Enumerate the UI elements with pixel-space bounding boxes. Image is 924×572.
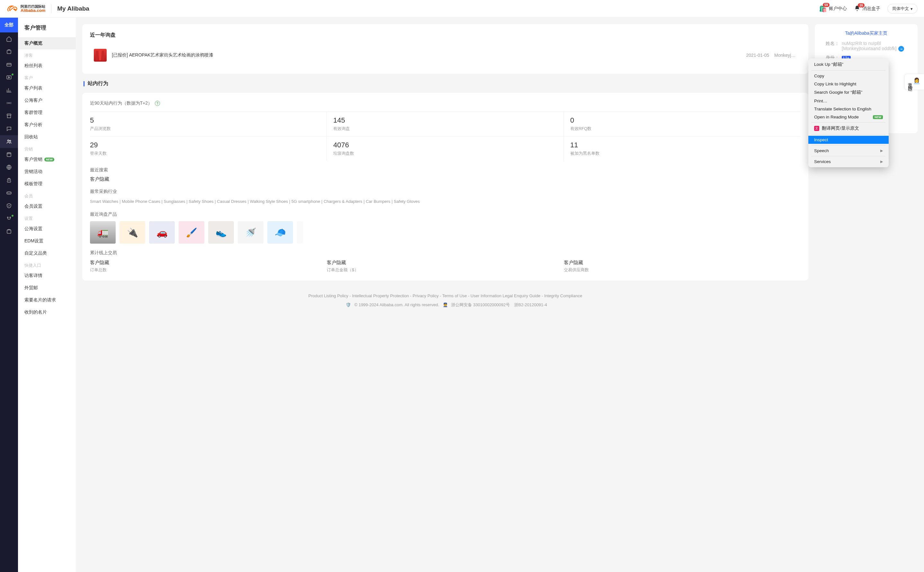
ctx-search-google[interactable]: Search Google for “邮箱” (808, 88, 889, 97)
sidebar-item[interactable]: 客户分析 (18, 119, 76, 131)
sidebar-item[interactable]: 客户列表 (18, 82, 76, 94)
stat-cell: 145有效询盘 (327, 112, 564, 137)
iconbar-home[interactable] (0, 33, 18, 45)
chat-icon[interactable] (898, 46, 904, 52)
iconbar-chat-icon[interactable] (0, 122, 18, 135)
svg-rect-13 (102, 51, 104, 61)
tx-cell: 客户隐藏订单总金额（$） (327, 260, 564, 273)
support-icon: 👩‍💼 (913, 77, 921, 84)
product-thumb[interactable]: 👟 (208, 221, 234, 244)
ctx-translate[interactable]: Translate Selection to English (808, 105, 889, 113)
sidebar-item[interactable]: 收到的名片 (18, 306, 76, 319)
ctx-inspect[interactable]: Inspect (808, 136, 889, 144)
sidebar-item[interactable]: 索要名片的请求 (18, 294, 76, 306)
messages-label: 消息盒子 (862, 6, 880, 12)
sidebar-item[interactable]: 公海客户 (18, 94, 76, 107)
iconbar-ship-icon[interactable] (0, 174, 18, 187)
ctx-copy[interactable]: Copy (808, 72, 889, 80)
iconbar-shield-icon[interactable] (0, 199, 18, 212)
svg-point-5 (9, 140, 11, 141)
ctx-translate-page[interactable]: 文翻译网页/显示原文 (808, 124, 889, 133)
account-center-link[interactable]: 🛍️ 59 账户中心 (819, 5, 847, 12)
faq-side-tab[interactable]: 👩‍💼 常见问题 (904, 74, 924, 90)
iconbar-tools-icon[interactable] (0, 212, 18, 225)
sidebar-item[interactable]: 模板管理 (18, 178, 76, 190)
iconbar-broadcast-icon[interactable] (0, 96, 18, 109)
iconbar-calendar-icon[interactable] (0, 148, 18, 161)
tx-grid: 客户隐藏订单总数客户隐藏订单总金额（$）客户隐藏交易供应商数 (90, 260, 801, 273)
sidebar-item[interactable]: 客户概览 (18, 37, 76, 50)
logo-en-text: Alibaba.com (20, 8, 45, 12)
sidebar-item[interactable]: 会员设置 (18, 200, 76, 213)
sidebar-item[interactable]: 访客详情 (18, 270, 76, 282)
name-label: 姓名： (821, 41, 839, 47)
stat-cell: 4076垃圾询盘数 (327, 137, 564, 161)
stat-label: 登录天数 (90, 151, 320, 156)
iconbar-analytics[interactable] (0, 84, 18, 96)
buyer-homepage-link[interactable]: Ta的Alibaba买家主页 (821, 31, 911, 36)
context-menu: Look Up “邮箱” Copy Copy Link to Highlight… (808, 58, 889, 167)
inquiry-section-title: 近一年询盘 (90, 32, 801, 39)
iconbar-products[interactable] (0, 45, 18, 58)
iconbar-play-icon[interactable] (0, 71, 18, 84)
logo[interactable]: 阿里巴巴国际站 Alibaba.com (6, 5, 45, 12)
svg-rect-11 (96, 51, 98, 61)
svg-rect-10 (7, 230, 11, 234)
recent-search-value: 客户隐藏 (90, 176, 801, 182)
sidebar-item[interactable]: 营销活动 (18, 166, 76, 178)
ctx-services[interactable]: Services▶ (808, 158, 889, 166)
product-thumb[interactable]: 🚿 (238, 221, 263, 244)
translate-ext-icon: 文 (814, 126, 819, 131)
account-badge: 59 (823, 3, 829, 7)
product-thumb[interactable]: 🚗 (149, 221, 175, 244)
sidebar: 客户管理 客户概览潜客粉丝列表客户客户列表公海客户客群管理客户分析回收站营销客户… (18, 18, 76, 572)
sidebar-item[interactable]: EDM设置 (18, 235, 76, 247)
sidebar-item[interactable]: 客户营销NEW (18, 154, 76, 166)
inquiry-row[interactable]: [已报价] AEROPAK艺术家街头艺术绘画的涂鸦喷漆 2021-01-05 M… (90, 44, 801, 66)
ctx-print[interactable]: Print… (808, 97, 889, 105)
sidebar-group-label: 潜客 (18, 50, 76, 60)
product-thumb[interactable]: 🧢 (267, 221, 293, 244)
info-icon[interactable]: ? (155, 101, 160, 106)
chevron-right-icon: ▶ (880, 160, 883, 164)
messages-link[interactable]: 16 消息盒子 (854, 5, 880, 12)
footer: Product Listing Policy - Intellectual Pr… (89, 287, 802, 315)
iconbar-finance-icon[interactable] (0, 187, 18, 199)
product-thumb[interactable]: 🖌️ (179, 221, 204, 244)
new-badge: NEW (44, 158, 54, 162)
inquiry-title: [已报价] AEROPAK艺术家街头艺术绘画的涂鸦喷漆 (112, 52, 741, 58)
inquiry-date: 2021-01-05 (746, 53, 769, 58)
sidebar-item[interactable]: 外贸邮 (18, 282, 76, 294)
iconbar-orders[interactable] (0, 58, 18, 71)
footer-links[interactable]: Product Listing Policy - Intellectual Pr… (95, 294, 796, 298)
iconbar-store-icon[interactable] (0, 109, 18, 122)
product-thumb[interactable] (297, 221, 303, 244)
tx-label: 订单总数 (90, 267, 327, 273)
iconbar-globe-icon[interactable] (0, 161, 18, 174)
tx-label: 累计线上交易 (90, 250, 801, 256)
ctx-reading-mode[interactable]: Open in Reading ModeNEW (808, 113, 889, 121)
sidebar-item[interactable]: 公海设置 (18, 223, 76, 235)
tx-label: 交易供应商数 (564, 267, 801, 273)
sidebar-item[interactable]: 粉丝列表 (18, 60, 76, 72)
product-thumb[interactable]: 🔌 (120, 221, 145, 244)
stat-cell: 5产品浏览数 (90, 112, 327, 137)
ctx-copy-link[interactable]: Copy Link to Highlight (808, 80, 889, 88)
iconbar-customers[interactable] (0, 135, 18, 148)
sidebar-title: 客户管理 (18, 24, 76, 37)
ctx-lookup[interactable]: Look Up “邮箱” (808, 60, 889, 69)
iconbar-all[interactable]: 全部 (0, 18, 18, 33)
tx-cell: 客户隐藏交易供应商数 (564, 260, 801, 273)
sidebar-item[interactable]: 客群管理 (18, 107, 76, 119)
chevron-down-icon: ▾ (910, 6, 913, 11)
svg-point-8 (8, 217, 8, 218)
sidebar-item[interactable]: 自定义品类 (18, 247, 76, 260)
svg-rect-1 (7, 63, 11, 66)
recent-products-label: 最近询盘产品 (90, 211, 801, 217)
messages-badge: 16 (858, 3, 865, 8)
ctx-speech[interactable]: Speech▶ (808, 147, 889, 155)
product-thumb[interactable]: 🚛 (90, 221, 116, 244)
iconbar-apps-icon[interactable] (0, 225, 18, 238)
language-selector[interactable]: 简体中文 ▾ (887, 4, 918, 14)
sidebar-item[interactable]: 回收站 (18, 131, 76, 143)
